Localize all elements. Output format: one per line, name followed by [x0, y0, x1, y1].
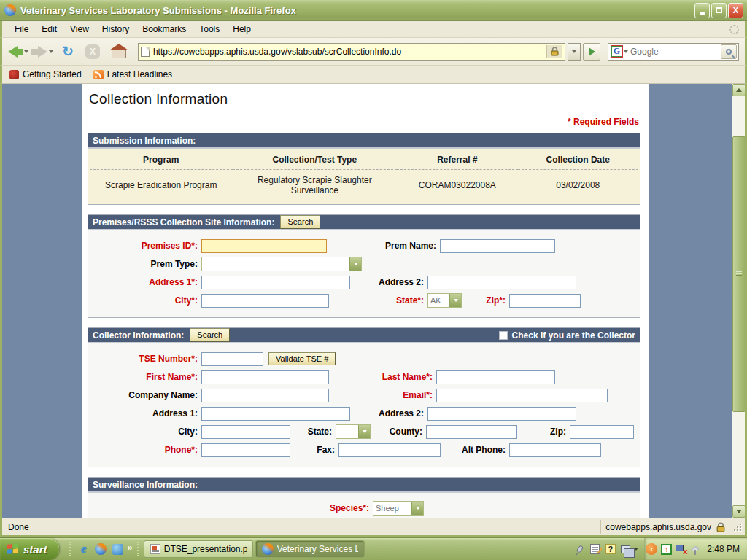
- internet-explorer-icon[interactable]: e: [78, 543, 90, 556]
- vertical-scrollbar[interactable]: [732, 84, 745, 518]
- premises-id-label: Premises ID*:: [88, 241, 201, 251]
- page-favicon: [141, 47, 150, 57]
- back-button[interactable]: [8, 46, 23, 58]
- reload-button[interactable]: ↻: [62, 44, 74, 58]
- premises-search-button[interactable]: Search: [280, 215, 320, 228]
- content-viewport: Collection Information * Required Fields…: [0, 84, 747, 518]
- fax-input[interactable]: [338, 443, 441, 457]
- status-text: Done: [8, 522, 600, 532]
- quick-launch-overflow-chevron[interactable]: »: [126, 542, 134, 553]
- firefox-icon: [262, 543, 274, 555]
- sound-muted-icon[interactable]: x: [675, 544, 686, 554]
- menu-edit[interactable]: Edit: [35, 22, 63, 36]
- county-input[interactable]: [426, 425, 517, 439]
- submission-section: Submission Information: Program Collecti…: [88, 133, 640, 205]
- window-switcher-icon[interactable]: [619, 543, 632, 556]
- resize-grip[interactable]: [733, 523, 742, 532]
- menu-bookmarks[interactable]: Bookmarks: [136, 22, 193, 36]
- powerpoint-icon: [150, 544, 160, 554]
- company-name-label: Company Name:: [88, 390, 201, 400]
- search-engine-dropdown[interactable]: [624, 50, 628, 53]
- first-name-input[interactable]: [201, 370, 329, 384]
- tse-number-input[interactable]: [201, 352, 263, 366]
- menu-tools[interactable]: Tools: [193, 22, 226, 36]
- minimize-button[interactable]: [694, 3, 710, 18]
- menu-file[interactable]: File: [8, 22, 35, 36]
- prem-type-select[interactable]: [201, 257, 362, 271]
- bookmark-getting-started[interactable]: Getting Started: [9, 69, 82, 79]
- url-bar[interactable]: https://cowebapps.aphis.usda.gov/vslabsu…: [138, 43, 565, 61]
- first-name-label: First Name*:: [88, 372, 201, 382]
- tray-upload-icon[interactable]: ↑: [661, 544, 672, 555]
- prem-name-label: Prem Name:: [327, 241, 440, 251]
- premises-address2-label: Address 2:: [350, 277, 427, 287]
- close-button[interactable]: X: [728, 3, 743, 18]
- forward-history-dropdown[interactable]: [49, 50, 53, 53]
- taskband-grip[interactable]: [137, 542, 141, 556]
- google-engine-icon[interactable]: G: [611, 46, 622, 57]
- collector-search-button[interactable]: Search: [190, 328, 230, 341]
- home-button[interactable]: [112, 44, 126, 58]
- alt-phone-input[interactable]: [509, 443, 601, 457]
- menu-history[interactable]: History: [96, 22, 136, 36]
- task-button-firefox[interactable]: Veterinary Services L...: [255, 540, 365, 558]
- phone-input[interactable]: [201, 443, 290, 457]
- firefox-quicklaunch-icon[interactable]: [95, 543, 107, 556]
- stop-button[interactable]: X: [85, 44, 100, 59]
- prem-name-input[interactable]: [440, 239, 555, 253]
- url-text[interactable]: https://cowebapps.aphis.usda.gov/vslabsu…: [153, 47, 546, 57]
- premises-address1-input[interactable]: [201, 276, 350, 289]
- collector-address2-input[interactable]: [427, 407, 576, 421]
- search-input[interactable]: [630, 47, 721, 57]
- collector-section-header: Collector Information:: [93, 330, 184, 341]
- start-button[interactable]: start: [0, 538, 59, 560]
- county-label: County:: [371, 427, 426, 437]
- go-button[interactable]: [583, 43, 600, 61]
- collector-city-label: City:: [88, 427, 201, 437]
- email-input[interactable]: [436, 389, 608, 402]
- url-dropdown-button[interactable]: [568, 43, 581, 61]
- validate-tse-button[interactable]: Validate TSE #: [268, 352, 336, 365]
- quick-launch-grip[interactable]: [69, 542, 73, 556]
- premises-state-select[interactable]: AK: [427, 293, 462, 308]
- species-select[interactable]: Sheep: [373, 501, 424, 516]
- last-name-input[interactable]: [436, 370, 555, 384]
- is-collector-checkbox[interactable]: [499, 331, 508, 340]
- back-history-dropdown[interactable]: [24, 50, 28, 53]
- chevron-down-icon: [349, 257, 361, 271]
- help-icon[interactable]: ?: [604, 543, 616, 556]
- premises-id-input[interactable]: [201, 239, 327, 253]
- surveillance-section-header: Surveillance Information:: [88, 478, 640, 493]
- forward-button[interactable]: [31, 46, 47, 58]
- cell-collection-date: 03/02/2008: [518, 170, 638, 199]
- collector-address1-label: Address 1:: [88, 408, 201, 419]
- collector-state-label: State:: [290, 427, 336, 437]
- scrollbar-thumb[interactable]: [732, 136, 746, 412]
- premises-address2-input[interactable]: [427, 276, 576, 289]
- status-domain: cowebapps.aphis.usda.gov: [600, 520, 730, 534]
- scroll-up-button[interactable]: [732, 84, 746, 96]
- messenger-icon[interactable]: [112, 543, 124, 556]
- tray-collapse-chevron[interactable]: ‹: [646, 543, 657, 555]
- collector-state-select[interactable]: [336, 424, 371, 439]
- is-collector-checkbox-label: Check if you are the Collector: [512, 330, 635, 341]
- premises-city-input[interactable]: [201, 294, 329, 308]
- wireless-network-icon[interactable]: [689, 544, 701, 555]
- scroll-down-button[interactable]: [732, 505, 746, 518]
- search-go-button[interactable]: [721, 44, 737, 59]
- task-button-ppt[interactable]: DTSE_presentation.ppt: [144, 540, 253, 558]
- premises-zip-input[interactable]: [509, 294, 581, 308]
- collector-city-input[interactable]: [201, 425, 290, 439]
- bookmark-latest-headlines[interactable]: Latest Headlines: [93, 69, 172, 79]
- company-name-input[interactable]: [201, 389, 329, 402]
- collector-address1-input[interactable]: [201, 407, 350, 421]
- collector-zip-input[interactable]: [570, 425, 634, 439]
- web-search-box[interactable]: G: [608, 43, 739, 61]
- menu-help[interactable]: Help: [226, 22, 258, 36]
- phone-label: Phone*:: [88, 445, 201, 455]
- microphone-icon[interactable]: [573, 543, 586, 556]
- maximize-button[interactable]: [711, 3, 727, 18]
- taskbar-clock: 2:48 PM: [707, 544, 740, 554]
- journal-notes-icon[interactable]: [589, 543, 601, 556]
- menu-view[interactable]: View: [63, 22, 96, 36]
